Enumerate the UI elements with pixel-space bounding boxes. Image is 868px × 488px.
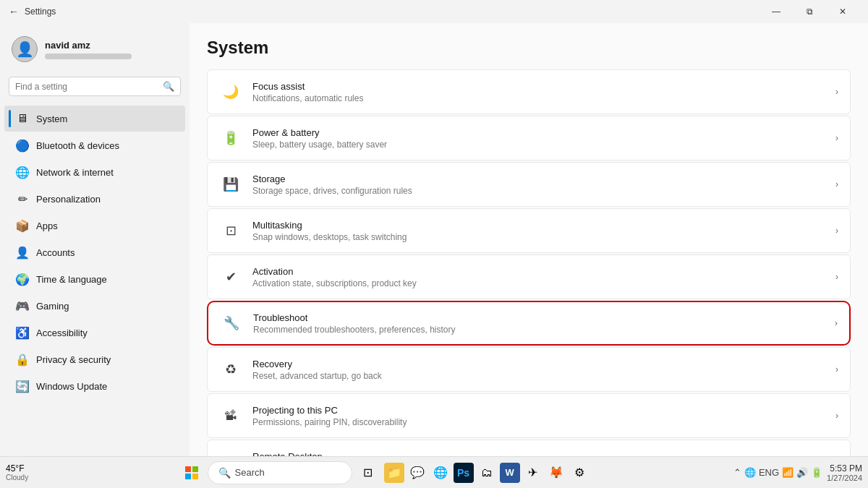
nav-label-accounts: Accounts — [36, 247, 75, 258]
settings-icon-storage: 💾 — [219, 173, 242, 196]
chevron-icon-recovery: › — [835, 364, 838, 374]
nav-icon-update: 🔄 — [16, 380, 29, 393]
clock-time: 5:53 PM — [830, 463, 862, 474]
sidebar-item-apps[interactable]: 📦 Apps — [4, 213, 185, 239]
settings-desc-troubleshoot: Recommended troubleshooters, preferences… — [253, 325, 829, 335]
sidebar-item-update[interactable]: 🔄 Windows Update — [4, 373, 185, 399]
settings-item-focus-assist[interactable]: 🌙 Focus assist Notifications, automatic … — [207, 69, 851, 114]
settings-item-storage[interactable]: 💾 Storage Storage space, drives, configu… — [207, 162, 851, 207]
back-icon[interactable]: ← — [9, 6, 19, 17]
taskbar: 45°F Cloudy 🔍 Search ⊡ 📁 💬 🌐 Ps 🗂 — [0, 456, 868, 488]
nav-label-system: System — [36, 114, 67, 124]
nav-label-time: Time & language — [36, 274, 107, 285]
settings-title-activation: Activation — [252, 266, 830, 277]
taskbar-telegram-icon[interactable]: ✈ — [523, 463, 543, 483]
svg-rect-0 — [185, 466, 191, 472]
maximize-button[interactable]: ⧉ — [793, 0, 826, 23]
sidebar-item-accounts[interactable]: 👤 Accounts — [4, 239, 185, 265]
taskbar-files-icon[interactable]: 📁 — [384, 463, 404, 483]
close-button[interactable]: ✕ — [826, 0, 859, 23]
windows-start-button[interactable] — [179, 460, 205, 486]
settings-text-power-battery: Power & battery Sleep, battery usage, ba… — [252, 127, 830, 150]
user-info: navid amz — [45, 40, 132, 59]
minimize-button[interactable]: — — [760, 0, 793, 23]
chevron-icon-troubleshoot: › — [835, 318, 838, 328]
task-view-button[interactable]: ⊡ — [355, 460, 381, 486]
settings-title-multitasking: Multitasking — [252, 220, 830, 231]
sidebar-search-box[interactable]: 🔍 — [9, 77, 181, 96]
user-subtitle — [45, 53, 132, 59]
sidebar-item-accessibility[interactable]: ♿ Accessibility — [4, 320, 185, 346]
settings-item-power-battery[interactable]: 🔋 Power & battery Sleep, battery usage, … — [207, 116, 851, 160]
sidebar-search-input[interactable] — [15, 82, 158, 92]
settings-item-projecting[interactable]: 📽 Projecting to this PC Permissions, pai… — [207, 393, 851, 438]
settings-text-storage: Storage Storage space, drives, configura… — [252, 174, 830, 196]
chevron-icon-storage: › — [835, 179, 838, 189]
title-bar: ← Settings — ⧉ ✕ — [0, 0, 868, 23]
svg-rect-1 — [192, 466, 198, 472]
settings-item-multitasking[interactable]: ⊡ Multitasking Snap windows, desktops, t… — [207, 208, 851, 253]
user-name: navid amz — [45, 40, 132, 51]
settings-item-remote-desktop[interactable]: ✖ Remote Desktop Remote Desktop users, c… — [207, 440, 851, 456]
taskbar-search-label: Search — [235, 467, 265, 478]
nav-label-apps: Apps — [36, 221, 58, 231]
user-profile[interactable]: 👤 navid amz — [0, 29, 190, 74]
settings-desc-recovery: Reset, advanced startup, go back — [252, 371, 830, 381]
tray-chevron-icon[interactable]: ⌃ — [733, 467, 741, 478]
sidebar-item-privacy[interactable]: 🔒 Privacy & security — [4, 346, 185, 372]
settings-list: 🌙 Focus assist Notifications, automatic … — [207, 69, 851, 456]
content-area: System 🌙 Focus assist Notifications, aut… — [190, 23, 868, 456]
settings-desc-projecting: Permissions, pairing PIN, discoverabilit… — [252, 417, 830, 427]
weather-info: 45°F Cloudy — [6, 463, 28, 481]
main-area: 👤 navid amz 🔍 🖥 System 🔵 Bluetooth & dev… — [0, 23, 868, 456]
settings-item-recovery[interactable]: ♻ Recovery Reset, advanced startup, go b… — [207, 347, 851, 392]
clock-date: 1/27/2024 — [827, 474, 862, 482]
settings-desc-multitasking: Snap windows, desktops, task switching — [252, 232, 830, 242]
window-controls: — ⧉ ✕ — [760, 0, 859, 23]
system-tray: ⌃ 🌐 ENG 📶 🔊 🔋 — [733, 467, 822, 478]
sidebar-item-personalization[interactable]: ✏ Personalization — [4, 186, 185, 212]
settings-title-power-battery: Power & battery — [252, 127, 830, 138]
settings-text-multitasking: Multitasking Snap windows, desktops, tas… — [252, 220, 830, 242]
sidebar-item-system[interactable]: 🖥 System — [4, 106, 185, 132]
clock[interactable]: 5:53 PM 1/27/2024 — [827, 463, 862, 482]
sidebar-item-gaming[interactable]: 🎮 Gaming — [4, 293, 185, 319]
taskbar-search-box[interactable]: 🔍 Search — [208, 461, 352, 484]
chevron-icon-focus-assist: › — [835, 87, 838, 97]
weather-condition: Cloudy — [6, 474, 28, 481]
settings-title-storage: Storage — [252, 174, 830, 184]
sidebar-nav: 🖥 System 🔵 Bluetooth & devices 🌐 Network… — [0, 105, 190, 400]
settings-title-troubleshoot: Troubleshoot — [253, 312, 829, 323]
taskbar-settings-icon[interactable]: ⚙ — [569, 463, 590, 483]
volume-icon: 🔊 — [796, 467, 808, 478]
nav-icon-bluetooth: 🔵 — [16, 139, 29, 152]
sidebar: 👤 navid amz 🔍 🖥 System 🔵 Bluetooth & dev… — [0, 23, 190, 456]
svg-rect-3 — [192, 474, 198, 479]
sidebar-item-network[interactable]: 🌐 Network & internet — [4, 159, 185, 185]
settings-icon-remote-desktop: ✖ — [219, 450, 242, 456]
network-icon: 🌐 — [744, 467, 756, 478]
taskbar-chrome-icon[interactable]: 🌐 — [430, 463, 451, 483]
settings-desc-activation: Activation state, subscriptions, product… — [252, 278, 830, 288]
sidebar-item-bluetooth[interactable]: 🔵 Bluetooth & devices — [4, 132, 185, 158]
nav-label-bluetooth: Bluetooth & devices — [36, 140, 119, 151]
settings-item-activation[interactable]: ✔ Activation Activation state, subscript… — [207, 254, 851, 299]
weather-temp: 45°F — [6, 463, 24, 474]
nav-icon-apps: 📦 — [16, 219, 29, 232]
settings-item-troubleshoot[interactable]: 🔧 Troubleshoot Recommended troubleshoote… — [207, 301, 851, 346]
settings-text-recovery: Recovery Reset, advanced startup, go bac… — [252, 359, 830, 381]
wifi-icon: 📶 — [782, 467, 793, 478]
nav-icon-time: 🌍 — [16, 273, 29, 286]
taskbar-folder-icon[interactable]: 🗂 — [477, 463, 497, 483]
settings-desc-storage: Storage space, drives, configuration rul… — [252, 186, 830, 196]
battery-icon: 🔋 — [811, 467, 822, 478]
sidebar-item-time[interactable]: 🌍 Time & language — [4, 266, 185, 292]
settings-desc-focus-assist: Notifications, automatic rules — [252, 93, 830, 103]
nav-icon-personalization: ✏ — [16, 192, 29, 205]
settings-title-focus-assist: Focus assist — [252, 81, 830, 92]
taskbar-ps-icon[interactable]: Ps — [454, 463, 474, 483]
taskbar-teams-icon[interactable]: 💬 — [407, 463, 427, 483]
taskbar-firefox-icon[interactable]: 🦊 — [546, 463, 566, 483]
nav-icon-system: 🖥 — [16, 112, 29, 125]
taskbar-word-icon[interactable]: W — [500, 463, 520, 483]
